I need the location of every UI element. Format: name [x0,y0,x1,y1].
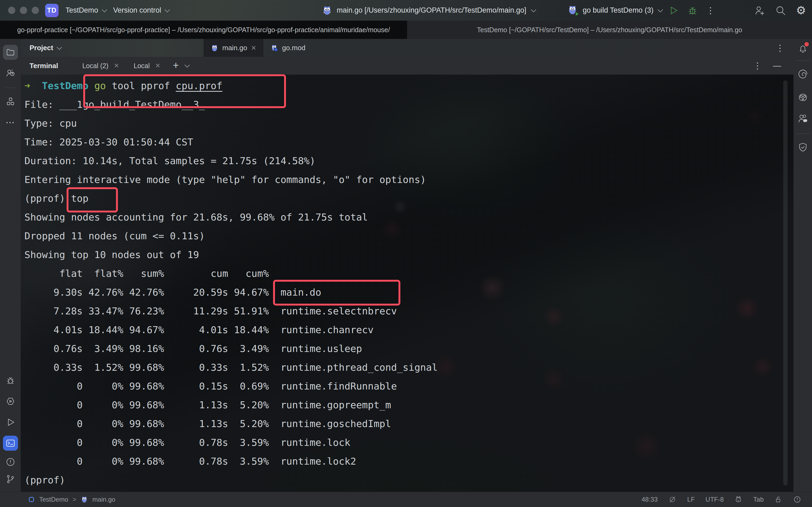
window-controls [8,7,39,14]
git-branch-icon [5,474,15,484]
notifications-button[interactable] [795,41,810,56]
tool-window-vcs-button[interactable] [3,471,18,487]
terminal-line: 0 0% 99.68% 1.13s 5.20% runtime.gopreemp… [24,396,777,414]
terminal-tab-local-2[interactable]: Local (2) ✕ [79,57,122,74]
annotation-rect-top-command [66,187,118,213]
folder-icon [6,48,15,57]
file-switcher-label: main.go [/Users/zhouxing/GOPATH/src/Test… [337,6,526,14]
terminal-line: 9.30s 42.76% 42.76% 20.59s 94.67% main.d… [24,283,777,302]
project-logo[interactable]: TD [45,4,58,17]
ai-assistant-button[interactable] [795,66,810,81]
minimize-window-button[interactable] [20,7,27,14]
terminal-toolbar: Terminal Local (2) ✕ Local ✕ + ⋮ — [21,57,794,74]
run-configuration[interactable]: go build TestDemo (3) [567,0,662,21]
file-switcher[interactable]: main.go [/Users/zhouxing/GOPATH/src/Test… [322,0,536,21]
breadcrumb-separator: > [72,496,76,503]
terminal-line: Showing top 10 nodes out of 19 [24,245,777,264]
tool-window-terminal-button[interactable] [3,436,18,451]
terminal-line: (pprof) [24,471,777,490]
terminal-line: 0 0% 99.68% 0.78s 3.59% runtime.lock [24,433,777,452]
close-icon[interactable]: ✕ [155,62,161,69]
tool-window-profiler-button[interactable] [3,394,18,409]
problems-icon [5,457,15,467]
editor-tab-go-mod[interactable]: go.mod [263,39,313,57]
terminal-line: 4.01s 18.44% 94.67% 4.01s 18.44% runtime… [24,321,777,339]
project-widget[interactable]: TestDemo [65,6,106,14]
debug-bug-icon [5,375,15,386]
terminal-scrollbar[interactable] [783,80,788,486]
project-square-icon [28,496,35,503]
tool-window-run-button[interactable] [3,415,18,430]
terminal-line: (pprof) top [24,189,777,208]
left-activity-bar: ⋯ [0,39,21,492]
annotation-rect-pprof-command [83,74,286,108]
tool-window-debug-button[interactable] [3,373,18,388]
new-terminal-button[interactable]: + [173,60,179,70]
invite-user-icon[interactable] [754,5,765,16]
run-button[interactable] [668,5,679,16]
settings-gear-icon[interactable]: ⚙ [796,5,806,16]
terminal-line: flat flat% sum% cum cum% [24,264,777,283]
close-icon[interactable]: ✕ [114,62,119,69]
vcs-widget[interactable]: Version control [113,6,169,14]
terminal-line: 0.33s 1.52% 99.68% 0.33s 1.52% runtime.p… [24,358,777,377]
chevron-down-icon[interactable] [185,62,190,68]
chevron-down-icon [102,7,107,12]
content-area: Project main.go ✕ [21,39,794,492]
shield-check-icon [798,142,808,153]
security-shield-button[interactable] [795,140,810,155]
search-everywhere-icon[interactable] [775,5,786,16]
foreground-window-title: TestDemo [~/GOPATH/src/TestDemo] – /User… [407,21,812,39]
tool-window-structure-button[interactable] [3,94,18,109]
terminal-panel-title[interactable]: Terminal [30,62,58,70]
breadcrumb-project[interactable]: TestDemo [39,496,68,503]
breadcrumb-file[interactable]: main.go [92,496,115,503]
encoding-widget[interactable]: UTF-8 [705,496,724,503]
code-with-me-button[interactable] [795,111,810,126]
hide-panel-button[interactable]: — [773,62,781,70]
more-actions-button[interactable]: ⋮ [706,6,715,15]
gopher-face-icon [797,92,809,103]
debug-button[interactable] [687,5,698,16]
terminal-line: Showing nodes accounting for 21.68s, 99.… [24,208,777,227]
terminal-line: 0 0% 99.68% 0.15s 0.69% runtime.findRunn… [24,377,777,396]
project-panel-header[interactable]: Project [21,39,204,57]
editor-tab-main-go[interactable]: main.go ✕ [204,39,263,57]
tool-window-project-button[interactable] [3,45,18,60]
terminal-tab-label: Local [134,62,150,70]
line-separator-widget[interactable]: LF [687,496,695,503]
caret-position-widget[interactable]: 48:33 [642,496,658,503]
terminal-options-button[interactable]: ⋮ [753,61,762,70]
more-tool-windows-button[interactable]: ⋯ [3,115,18,130]
gopher-plugin-button[interactable] [795,90,810,105]
terminal-panel[interactable]: ➜ TestDemo go tool pprof cpu.profFile: _… [21,74,794,492]
indent-widget[interactable]: Tab [753,496,764,503]
window-title-strip: go-pprof-practice [~/GOPATH/src/go-pprof… [0,21,812,39]
close-window-button[interactable] [8,7,15,14]
maximize-window-button[interactable] [32,7,39,14]
chevron-down-icon [165,7,170,12]
terminal-line: Type: cpu [24,114,777,133]
activity-bar-divider [796,60,810,61]
tool-window-problems-button[interactable] [3,454,18,469]
status-bar: TestDemo > main.go 48:33 LF UTF-8 [0,492,812,507]
terminal-line: 0 0% 99.68% 0.78s 3.59% runtime.lock2 [24,452,777,471]
terminal-line: Dropped 11 nodes (cum <= 0.11s) [24,227,777,245]
close-icon[interactable]: ✕ [251,45,256,51]
people-chat-icon [797,113,809,124]
background-window-title[interactable]: go-pprof-practice [~/GOPATH/src/go-pprof… [0,21,407,39]
project-widget-label: TestDemo [65,6,98,14]
annotation-rect-main-do [273,280,400,305]
tool-window-learn-button[interactable] [3,66,18,81]
gopher-status-icon[interactable] [734,496,743,504]
terminal-tab-local[interactable]: Local ✕ [131,57,164,74]
unlock-icon[interactable] [774,496,782,504]
inspections-widget-icon[interactable] [793,496,801,504]
editor-tabs-more-button[interactable]: ⋮ [776,44,784,52]
highlighting-off-icon[interactable] [668,496,676,504]
terminal-line: Entering interactive mode (type "help" f… [24,170,777,189]
title-bar: TD TestDemo Version control main.go [/Us… [0,0,812,21]
go-mod-icon [270,44,278,52]
profiler-hexagon-icon [5,396,15,406]
chevron-down-icon [57,45,62,50]
